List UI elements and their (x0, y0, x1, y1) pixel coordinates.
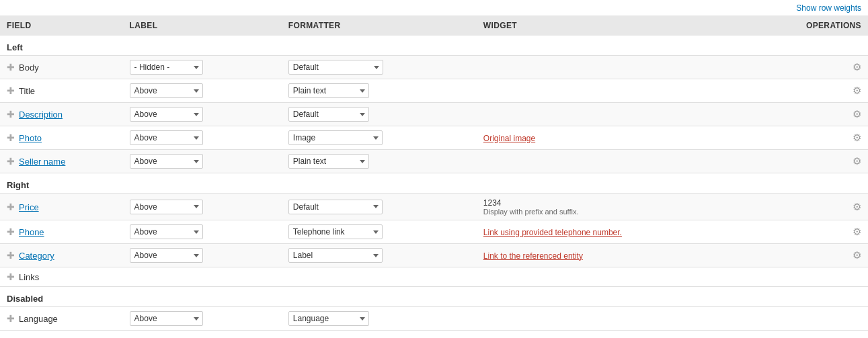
widget-subtext-price: Display with prefix and suffix. (483, 208, 788, 216)
gear-icon-price[interactable]: ⚙ (853, 201, 861, 212)
gear-icon-category[interactable]: ⚙ (853, 249, 861, 261)
label-select-language[interactable]: AboveInlineHiddenVisually hidden (130, 311, 203, 326)
field-link-photo[interactable]: Photo (19, 133, 42, 143)
table-row: ✚PhotoAboveInlineHiddenVisually hiddenIm… (0, 126, 868, 150)
label-select-photo[interactable]: AboveInlineHiddenVisually hidden (130, 130, 203, 145)
field-link-description[interactable]: Description (19, 110, 63, 120)
table-row: ✚DescriptionAboveInlineHiddenVisually hi… (0, 103, 868, 126)
top-bar: Show row weights (0, 0, 868, 15)
drag-handle-photo[interactable]: ✚ (7, 132, 15, 143)
widget-text-price: 1234 (483, 198, 502, 208)
drag-handle-seller_name[interactable]: ✚ (7, 156, 15, 167)
table-header: Field Label Formatter Widget Operations (0, 15, 868, 36)
section-label: Left (0, 36, 868, 56)
field-label-title: Title (19, 86, 35, 96)
drag-handle-title[interactable]: ✚ (7, 85, 15, 96)
drag-handle-language[interactable]: ✚ (7, 313, 15, 324)
drag-handle-price[interactable]: ✚ (7, 202, 15, 212)
section-header-left: Left (0, 36, 868, 56)
field-label-links: Links (19, 272, 39, 282)
table-row: ✚CategoryAboveInlineHiddenVisually hidde… (0, 244, 868, 267)
gear-icon-seller_name[interactable]: ⚙ (853, 155, 861, 167)
fields-table: Field Label Formatter Widget Operations … (0, 15, 868, 331)
formatter-select-phone[interactable]: Telephone linkPlain text (288, 224, 383, 239)
show-row-weights-link[interactable]: Show row weights (796, 3, 861, 13)
header-label: Label (123, 15, 282, 36)
field-link-price[interactable]: Price (19, 202, 39, 212)
widget-link-phone[interactable]: Link using provided telephone number. (483, 228, 622, 237)
formatter-select-category[interactable]: LabelDefaultPlain text (288, 248, 383, 263)
formatter-select-title[interactable]: Plain textDefault (288, 83, 369, 98)
table-row: ✚Seller nameAboveInlineHiddenVisually hi… (0, 150, 868, 173)
widget-link-photo[interactable]: Original image (483, 134, 535, 143)
field-link-category[interactable]: Category (19, 251, 54, 261)
table-body: Left✚Body- Hidden -AboveInlineHiddenVisu… (0, 36, 868, 331)
label-select-price[interactable]: AboveInlineHiddenVisually hidden (130, 200, 203, 214)
formatter-select-language[interactable]: LanguagePlain text (288, 311, 369, 326)
gear-icon-phone[interactable]: ⚙ (853, 226, 861, 237)
section-label: Right (0, 173, 868, 194)
label-select-title[interactable]: AboveInlineHiddenVisually hidden (130, 83, 203, 98)
header-operations: Operations (794, 15, 868, 36)
formatter-select-description[interactable]: DefaultPlain text (288, 107, 369, 122)
gear-icon-photo[interactable]: ⚙ (853, 132, 861, 143)
drag-handle-phone[interactable]: ✚ (7, 226, 15, 237)
header-widget: Widget (477, 15, 795, 36)
gear-icon-body[interactable]: ⚙ (853, 61, 861, 73)
table-row: ✚Links (0, 267, 868, 287)
formatter-select-photo[interactable]: ImageURL to imagePlain text (288, 130, 383, 145)
header-formatter: Formatter (282, 15, 477, 36)
section-label: Disabled (0, 287, 868, 307)
label-select-description[interactable]: AboveInlineHiddenVisually hidden (130, 107, 203, 122)
table-row: ✚TitleAboveInlineHiddenVisually hiddenPl… (0, 79, 868, 103)
header-field: Field (0, 15, 123, 36)
table-row: ✚PriceAboveInlineHiddenVisually hiddenDe… (0, 194, 868, 220)
label-select-body[interactable]: - Hidden -AboveInlineHiddenVisually hidd… (130, 60, 203, 75)
widget-link-category[interactable]: Link to the referenced entity (483, 251, 583, 261)
table-row: ✚PhoneAboveInlineHiddenVisually hiddenTe… (0, 220, 868, 244)
drag-handle-description[interactable]: ✚ (7, 109, 15, 120)
formatter-select-price[interactable]: DefaultPlain text (288, 200, 383, 214)
field-label-body: Body (19, 62, 39, 73)
label-select-seller_name[interactable]: AboveInlineHiddenVisually hidden (130, 154, 203, 169)
label-select-phone[interactable]: AboveInlineHiddenVisually hidden (130, 224, 203, 239)
drag-handle-body[interactable]: ✚ (7, 62, 15, 73)
formatter-select-seller_name[interactable]: Plain textDefault (288, 154, 369, 169)
formatter-select-body[interactable]: DefaultPlain textTrimmedSummary or trimm… (288, 60, 383, 75)
field-link-seller_name[interactable]: Seller name (19, 157, 65, 167)
label-select-category[interactable]: AboveInlineHiddenVisually hidden (130, 248, 203, 263)
field-link-phone[interactable]: Phone (19, 227, 44, 237)
section-header-disabled: Disabled (0, 287, 868, 307)
gear-icon-description[interactable]: ⚙ (853, 108, 861, 120)
field-label-language: Language (19, 314, 58, 324)
table-row: ✚Body- Hidden -AboveInlineHiddenVisually… (0, 56, 868, 79)
section-header-right: Right (0, 173, 868, 194)
gear-icon-title[interactable]: ⚙ (853, 85, 861, 96)
table-row: ✚LanguageAboveInlineHiddenVisually hidde… (0, 307, 868, 331)
drag-handle-links[interactable]: ✚ (7, 271, 15, 282)
drag-handle-category[interactable]: ✚ (7, 250, 15, 261)
